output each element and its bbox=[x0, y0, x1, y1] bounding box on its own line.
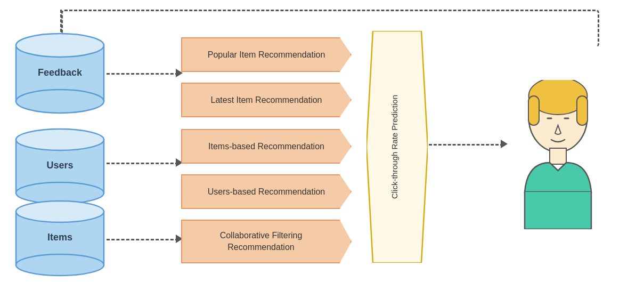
svg-point-6 bbox=[16, 129, 104, 150]
rec-latest: Latest Item Recommendation bbox=[181, 83, 352, 117]
feedback-cylinder: Feedback bbox=[13, 32, 107, 115]
rec-users-based: Users-based Recommendation bbox=[181, 174, 352, 209]
rec-collab-label: Collaborative FilteringRecommendation bbox=[220, 230, 303, 254]
arrow-ctr-person-head bbox=[501, 140, 508, 148]
ctr-box: Click-through Rate Prediction bbox=[366, 31, 428, 263]
items-cylinder: Items bbox=[13, 200, 107, 277]
rec-latest-label: Latest Item Recommendation bbox=[211, 95, 322, 105]
rec-items-based: Items-based Recommendation bbox=[181, 129, 352, 164]
svg-text:Click-through Rate Prediction: Click-through Rate Prediction bbox=[390, 95, 399, 199]
svg-point-9 bbox=[16, 254, 104, 276]
arrow-users bbox=[107, 163, 178, 164]
svg-point-2 bbox=[16, 34, 104, 57]
rec-popular: Popular Item Recommendation bbox=[181, 37, 352, 72]
rec-items-based-label: Items-based Recommendation bbox=[208, 142, 324, 151]
svg-rect-17 bbox=[577, 96, 588, 125]
arrow-items bbox=[107, 239, 178, 240]
rec-popular-label: Popular Item Recommendation bbox=[208, 50, 325, 60]
svg-text:Items: Items bbox=[47, 232, 72, 243]
arrow-feedback bbox=[107, 73, 178, 75]
svg-point-1 bbox=[16, 90, 104, 113]
svg-text:Users: Users bbox=[46, 160, 73, 171]
rec-users-based-label: Users-based Recommendation bbox=[208, 187, 325, 197]
person-icon bbox=[511, 80, 605, 229]
users-cylinder: Users bbox=[13, 128, 107, 205]
rec-collab: Collaborative FilteringRecommendation bbox=[181, 220, 352, 263]
svg-rect-16 bbox=[528, 96, 539, 125]
svg-rect-20 bbox=[550, 148, 566, 164]
svg-point-10 bbox=[16, 201, 104, 222]
arrow-ctr-person bbox=[429, 144, 503, 146]
diagram-container: Feedback Users Items Popular Item Recomm… bbox=[0, 0, 644, 282]
svg-text:Feedback: Feedback bbox=[38, 67, 83, 78]
